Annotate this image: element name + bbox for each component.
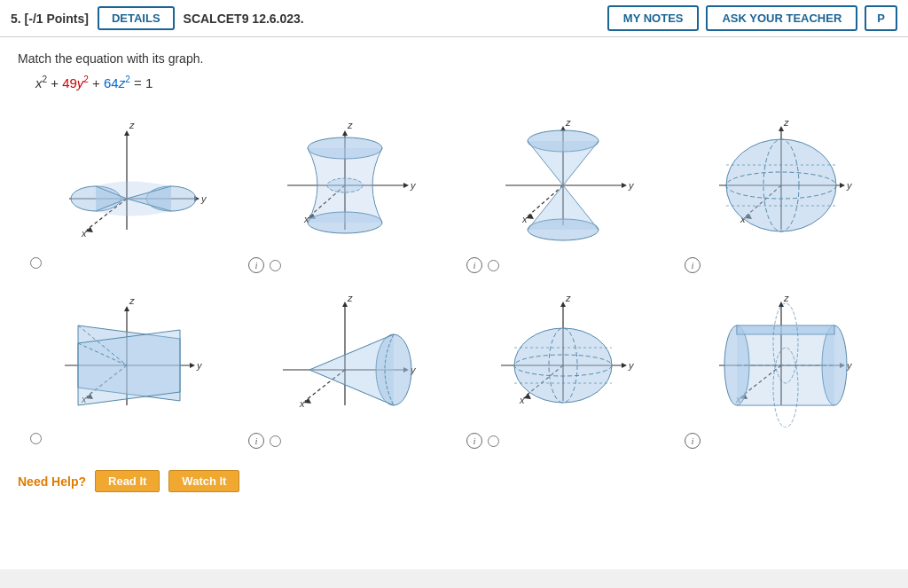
radio-row-4: i	[676, 257, 887, 273]
svg-text:z: z	[129, 120, 135, 130]
radio-5[interactable]	[30, 433, 42, 444]
svg-text:z: z	[347, 293, 353, 303]
watch-it-button[interactable]: Watch It	[168, 470, 239, 492]
info-icon-7[interactable]: i	[466, 433, 482, 449]
svg-marker-19	[403, 183, 409, 188]
svg-text:z: z	[347, 120, 353, 130]
graph-5: z y x	[38, 287, 215, 429]
need-help-section: Need Help? Read It Watch It	[18, 470, 890, 492]
graph-1: z y x	[38, 112, 215, 254]
svg-text:y: y	[846, 180, 853, 191]
graph-6: z y x	[256, 287, 434, 429]
svg-text:z: z	[783, 117, 789, 128]
top-bar: 5. [-/1 Points] DETAILS SCALCET9 12.6.02…	[0, 0, 908, 37]
info-icon-4[interactable]: i	[685, 257, 701, 273]
svg-text:z: z	[783, 293, 789, 303]
details-button[interactable]: DETAILS	[98, 6, 175, 30]
radio-row-3: i	[458, 257, 669, 273]
svg-text:y: y	[628, 360, 635, 371]
need-help-label: Need Help?	[18, 474, 86, 489]
svg-point-88	[514, 328, 612, 403]
radio-3[interactable]	[488, 260, 499, 271]
svg-marker-18	[342, 130, 348, 136]
svg-text:x: x	[81, 228, 87, 239]
svg-point-51	[726, 139, 836, 231]
info-icon-3[interactable]: i	[466, 257, 482, 273]
graph-cell-3: z y x i	[454, 105, 672, 280]
svg-marker-3	[124, 130, 129, 136]
graph-3: z y x	[474, 112, 652, 254]
svg-text:y: y	[410, 180, 417, 191]
svg-marker-83	[622, 363, 627, 368]
ask-teacher-button[interactable]: ASK YOUR TEACHER	[706, 5, 857, 31]
svg-text:z: z	[565, 117, 571, 128]
svg-text:y: y	[628, 180, 635, 191]
svg-marker-46	[840, 183, 845, 188]
radio-row-1	[21, 257, 232, 269]
info-icon-6[interactable]: i	[248, 433, 264, 449]
top-right-buttons: MY NOTES ASK YOUR TEACHER P	[607, 5, 897, 31]
radio-row-5	[21, 433, 232, 444]
radio-row-2: i	[239, 257, 450, 273]
radio-6[interactable]	[270, 435, 281, 447]
graph-cell-7: z y x i	[454, 280, 672, 456]
svg-marker-31	[622, 183, 627, 188]
read-it-button[interactable]: Read It	[95, 470, 160, 492]
info-icon-2[interactable]: i	[248, 257, 264, 273]
radio-1[interactable]	[30, 257, 42, 269]
radio-2[interactable]	[270, 260, 281, 271]
svg-text:z: z	[129, 295, 135, 306]
graph-cell-8: z y x	[672, 280, 890, 456]
svg-text:z: z	[565, 293, 571, 303]
svg-text:x: x	[299, 398, 305, 409]
equation: x2 + 49y2 + 64z2 = 1	[35, 74, 890, 90]
main-content: Match the equation with its graph. x2 + …	[0, 37, 908, 569]
radio-7[interactable]	[488, 435, 499, 447]
graph-cell-6: z y x i	[236, 280, 454, 456]
radio-row-8: i	[676, 433, 887, 449]
graphs-grid: z y x	[18, 105, 890, 456]
svg-text:y: y	[200, 193, 207, 204]
graph-cell-1: z y x	[18, 105, 236, 280]
info-icon-8[interactable]: i	[685, 433, 701, 449]
graph-cell-5: z y x	[18, 280, 236, 456]
svg-text:y: y	[196, 360, 203, 371]
graph-cell-2: z y x i	[236, 105, 454, 280]
graph-2: z y x	[256, 112, 434, 254]
graph-8: z y x	[693, 287, 870, 429]
graph-4: z y x	[693, 112, 870, 254]
p-button[interactable]: P	[865, 5, 897, 31]
svg-text:x: x	[521, 214, 528, 224]
problem-id: SCALCET9 12.6.023.	[184, 12, 599, 26]
graph-cell-4: z y x i	[672, 105, 890, 280]
graph-7: z y x	[474, 287, 652, 429]
radio-row-6: i	[239, 433, 450, 449]
radio-row-7: i	[458, 433, 669, 449]
points-label: 5. [-/1 Points]	[11, 12, 89, 26]
svg-marker-59	[124, 306, 129, 311]
svg-text:x: x	[519, 395, 525, 405]
my-notes-button[interactable]: MY NOTES	[607, 5, 700, 31]
question-text: Match the equation with its graph.	[18, 51, 890, 66]
svg-marker-60	[190, 363, 195, 368]
